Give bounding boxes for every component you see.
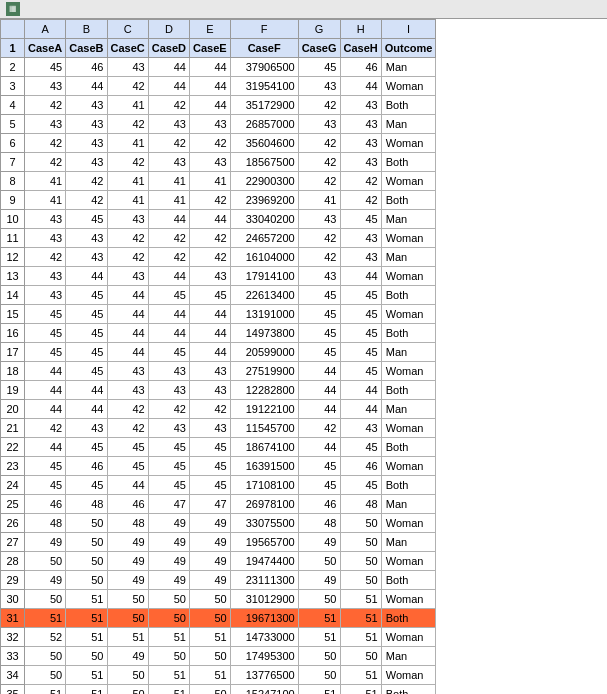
data-cell: Both: [381, 191, 436, 210]
data-cell: 46: [66, 457, 107, 476]
data-cell: 44: [148, 305, 189, 324]
data-cell: 22900300: [230, 172, 298, 191]
row-number: 28: [1, 552, 25, 571]
data-cell: 43: [107, 381, 148, 400]
data-cell: 45: [340, 362, 381, 381]
data-cell: 33040200: [230, 210, 298, 229]
col-header: G: [298, 20, 340, 39]
row-number: 31: [1, 609, 25, 628]
data-cell: 43: [148, 153, 189, 172]
header-cell: CaseD: [148, 39, 189, 58]
data-cell: 44: [190, 77, 231, 96]
data-cell: 43: [298, 267, 340, 286]
data-cell: 18567500: [230, 153, 298, 172]
row-number: 26: [1, 514, 25, 533]
data-cell: Man: [381, 400, 436, 419]
row-number: 13: [1, 267, 25, 286]
data-cell: 44: [148, 58, 189, 77]
data-cell: 50: [298, 647, 340, 666]
data-cell: 42: [148, 400, 189, 419]
data-cell: 42: [190, 191, 231, 210]
data-cell: 43: [190, 153, 231, 172]
table-row: 214243424343115457004243Woman: [1, 419, 436, 438]
data-cell: 42: [340, 191, 381, 210]
data-cell: 44: [148, 324, 189, 343]
data-cell: 44: [66, 400, 107, 419]
data-cell: 51: [298, 609, 340, 628]
data-cell: Both: [381, 96, 436, 115]
data-cell: 49: [25, 533, 66, 552]
data-cell: 41: [148, 172, 189, 191]
data-cell: 51: [148, 685, 189, 695]
spreadsheet-wrapper[interactable]: ABCDEFGHI 1CaseACaseBCaseCCaseDCaseECase…: [0, 19, 607, 694]
data-cell: 42: [190, 134, 231, 153]
data-cell: 44: [190, 210, 231, 229]
data-cell: Man: [381, 210, 436, 229]
row-number: 27: [1, 533, 25, 552]
table-row: 164545444444149738004545Both: [1, 324, 436, 343]
data-cell: 43: [148, 419, 189, 438]
row-number: 8: [1, 172, 25, 191]
data-cell: 22613400: [230, 286, 298, 305]
data-cell: Woman: [381, 172, 436, 191]
data-cell: 50: [107, 609, 148, 628]
row-number: 14: [1, 286, 25, 305]
row-number: 34: [1, 666, 25, 685]
data-cell: 41: [148, 191, 189, 210]
data-cell: 13776500: [230, 666, 298, 685]
data-cell: 43: [340, 134, 381, 153]
data-cell: 43: [25, 115, 66, 134]
data-cell: 45: [298, 58, 340, 77]
data-cell: 50: [66, 571, 107, 590]
data-cell: 43: [25, 77, 66, 96]
data-cell: 50: [190, 590, 231, 609]
data-cell: 45: [298, 476, 340, 495]
table-row: 154545444444131910004545Woman: [1, 305, 436, 324]
data-cell: 44: [148, 77, 189, 96]
data-cell: 14973800: [230, 324, 298, 343]
data-cell: 42: [298, 419, 340, 438]
data-cell: 44: [107, 305, 148, 324]
data-cell: 45: [340, 286, 381, 305]
data-cell: Woman: [381, 419, 436, 438]
col-header: A: [25, 20, 66, 39]
table-row: 285050494949194744005050Woman: [1, 552, 436, 571]
data-cell: Both: [381, 381, 436, 400]
data-cell: 43: [66, 153, 107, 172]
header-cell: CaseB: [66, 39, 107, 58]
data-cell: 43: [25, 210, 66, 229]
data-cell: 18674100: [230, 438, 298, 457]
row-number: 6: [1, 134, 25, 153]
data-cell: 44: [25, 438, 66, 457]
table-row: 345051505151137765005051Woman: [1, 666, 436, 685]
data-cell: 45: [25, 457, 66, 476]
data-cell: 51: [66, 666, 107, 685]
data-cell: 43: [66, 248, 107, 267]
data-cell: 45: [25, 343, 66, 362]
data-cell: 45: [340, 324, 381, 343]
data-cell: 44: [107, 343, 148, 362]
data-cell: 51: [190, 628, 231, 647]
row-number: 24: [1, 476, 25, 495]
data-cell: 44: [66, 267, 107, 286]
table-row: 44243414244351729004243Both: [1, 96, 436, 115]
data-cell: 42: [298, 153, 340, 172]
data-cell: Man: [381, 115, 436, 134]
data-cell: 42: [298, 96, 340, 115]
data-cell: 45: [148, 286, 189, 305]
data-cell: 50: [148, 647, 189, 666]
row-number: 33: [1, 647, 25, 666]
data-cell: 44: [340, 77, 381, 96]
data-cell: 42: [190, 248, 231, 267]
data-cell: 51: [148, 628, 189, 647]
data-cell: Both: [381, 324, 436, 343]
row-number: 11: [1, 229, 25, 248]
data-cell: 49: [107, 552, 148, 571]
data-cell: 42: [66, 191, 107, 210]
data-cell: 51: [340, 590, 381, 609]
data-cell: 43: [190, 419, 231, 438]
table-row: 174545444544205990004545Man: [1, 343, 436, 362]
data-cell: 50: [107, 685, 148, 695]
header-cell: CaseE: [190, 39, 231, 58]
data-cell: 44: [298, 400, 340, 419]
